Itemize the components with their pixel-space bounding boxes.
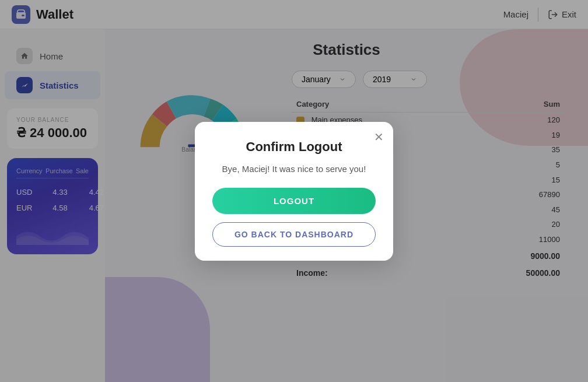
go-back-dashboard-button[interactable]: GO BACK TO DASHBOARD	[212, 222, 376, 247]
modal-close-button[interactable]: ✕	[374, 130, 384, 144]
modal-title: Confirm Logout	[212, 139, 376, 155]
logout-button[interactable]: LOGOUT	[212, 188, 376, 214]
modal-overlay[interactable]: ✕ Confirm Logout Bye, Maciej! It was nic…	[0, 0, 588, 382]
modal-message: Bye, Maciej! It was nice to serve you!	[212, 164, 376, 174]
confirm-logout-modal: ✕ Confirm Logout Bye, Maciej! It was nic…	[195, 122, 393, 261]
